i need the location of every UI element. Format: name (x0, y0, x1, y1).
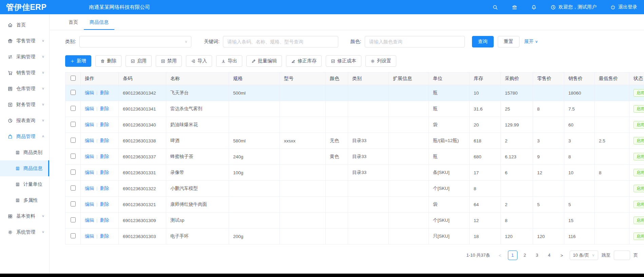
row-checkbox[interactable] (71, 201, 76, 206)
sidebar-item-basic-data[interactable]: 基本资料 (0, 208, 49, 224)
export-icon (221, 59, 226, 63)
color-input[interactable] (365, 36, 465, 47)
cell-unit: 只[SKU] (429, 229, 470, 244)
edit-link[interactable]: 编辑 (85, 202, 94, 207)
delete-link[interactable]: 删除 (100, 138, 109, 143)
edit-link[interactable]: 编辑 (85, 90, 94, 95)
edit-link[interactable]: 编辑 (85, 170, 94, 175)
sidebar-item-finance[interactable]: 财务管理 (0, 97, 49, 113)
search-icon[interactable] (492, 4, 498, 10)
table-row[interactable]: 编辑删除 6901236301338 啤酒 580ml xxsxx 无色 目录3… (65, 133, 644, 149)
adjust-stock-button[interactable]: 修正库存 (286, 55, 322, 67)
cell-min-price (595, 213, 629, 229)
sidebar-item-reports[interactable]: 报表查询 (0, 113, 49, 128)
sidebar-item-product-info[interactable]: 商品信息 (0, 160, 49, 176)
delete-link[interactable]: 删除 (100, 186, 109, 191)
row-checkbox[interactable] (71, 154, 76, 159)
add-button[interactable]: 新增 (65, 55, 91, 67)
delete-link[interactable]: 删除 (100, 202, 109, 207)
link-separator (94, 170, 100, 175)
table-row[interactable]: 编辑删除 6901236301341 雷达杀虫气雾剂 瓶 31.6 25 8 7… (65, 101, 644, 117)
sidebar-item-sales[interactable]: 销售管理 (0, 65, 49, 81)
cell-model (280, 213, 326, 229)
delete-link[interactable]: 删除 (100, 234, 109, 239)
row-checkbox[interactable] (71, 90, 76, 95)
sidebar-item-multi-attribute[interactable]: 多属性 (0, 192, 49, 208)
column-settings-button[interactable]: 列设置 (365, 55, 396, 67)
cell-min-price: 8 (595, 165, 629, 181)
sidebar-item-home[interactable]: 首页 (0, 17, 49, 33)
delete-link[interactable]: 删除 (100, 170, 109, 175)
link-separator (94, 218, 100, 223)
row-checkbox[interactable] (71, 122, 76, 127)
x-square-icon (161, 59, 165, 63)
import-button[interactable]: 导入 (186, 55, 212, 67)
table-row[interactable]: 编辑删除 6901236301331 录像带 100g 目录33 条[SKU] … (65, 165, 644, 181)
enable-button[interactable]: 启用 (126, 55, 152, 67)
page-button[interactable]: 4 (545, 251, 554, 260)
next-page-button[interactable]: > (557, 253, 566, 258)
reset-button[interactable]: 重置 (498, 36, 519, 47)
sidebar-item-purchase[interactable]: 采购管理 (0, 49, 49, 65)
edit-link[interactable]: 编辑 (85, 154, 94, 159)
bank-icon[interactable] (512, 4, 517, 10)
page-button[interactable]: 3 (532, 251, 542, 260)
sidebar-item-retail[interactable]: 零售管理 (0, 33, 49, 49)
edit-link[interactable]: 编辑 (85, 122, 94, 127)
edit-link[interactable]: 编辑 (85, 106, 94, 111)
row-checkbox[interactable] (71, 233, 76, 238)
search-button[interactable]: 查询 (472, 36, 494, 47)
export-button[interactable]: 导出 (216, 55, 242, 67)
edit-link[interactable]: 编辑 (85, 186, 94, 191)
row-checkbox[interactable] (71, 217, 76, 222)
row-checkbox[interactable] (71, 106, 76, 111)
prev-page-button[interactable]: < (496, 253, 505, 258)
select-all-checkbox[interactable] (71, 76, 76, 81)
tab-home[interactable]: 首页 (63, 14, 84, 30)
sidebar-item-label: 报表查询 (16, 118, 35, 124)
sidebar-item-product-category[interactable]: 商品类别 (0, 144, 49, 160)
category-select[interactable] (79, 36, 191, 47)
user-welcome[interactable]: 欢迎您，测试用户 (550, 4, 596, 10)
edit-link[interactable]: 编辑 (85, 218, 94, 223)
keyword-input[interactable] (223, 36, 338, 47)
delete-link[interactable]: 删除 (100, 106, 109, 111)
sidebar-item-system[interactable]: 系统管理 (0, 224, 49, 240)
adjust-cost-button[interactable]: 修正成本 (326, 55, 361, 67)
row-checkbox[interactable] (71, 185, 76, 191)
edit-link[interactable]: 编辑 (85, 234, 94, 239)
table-row[interactable]: 编辑删除 6901236301309 测试sp 个[SKU] 12 8 15 (65, 213, 644, 229)
delete-link[interactable]: 删除 (100, 154, 109, 159)
table-row[interactable]: 编辑删除 6901236301342 飞天茅台 500ml 瓶 10 15780… (65, 85, 644, 101)
cell-sale-price: 10 (564, 165, 595, 181)
table-row[interactable]: 编辑删除 6901236301337 蜂蜜柚子茶 240g 黄色 目录33 瓶 … (65, 149, 644, 165)
expand-toggle[interactable]: 展开 (524, 39, 538, 45)
row-checkbox[interactable] (71, 170, 76, 175)
edit-link[interactable]: 编辑 (85, 138, 94, 143)
table-row[interactable]: 编辑删除 6901236301322 小鹏汽车模型 个[SKU] 8 (65, 181, 644, 197)
sidebar-item-warehouse[interactable]: 仓库管理 (0, 81, 49, 97)
table-body: 编辑删除 6901236301342 飞天茅台 500ml 瓶 10 15780… (65, 85, 644, 244)
table-row[interactable]: 编辑删除 6901236301340 奶油味爆米花 袋 20 129.99 60 (65, 117, 644, 133)
sidebar-item-products[interactable]: 商品管理 (0, 128, 49, 144)
cell-stock: 64 (470, 197, 501, 213)
bell-icon[interactable] (531, 4, 537, 10)
delete-link[interactable]: 删除 (100, 122, 109, 127)
tab-product-info[interactable]: 商品信息 (84, 14, 114, 30)
page-button[interactable]: 2 (520, 251, 530, 260)
table-row[interactable]: 编辑删除 6901236301303 电子手环 200g 只[SKU] 18 1… (65, 229, 644, 244)
logout-button[interactable]: 退出登录 (610, 4, 637, 10)
jump-page-input[interactable] (614, 251, 630, 260)
cell-category (348, 101, 389, 117)
table-row[interactable]: 编辑删除 6901236301321 康师傅红烧牛肉面 袋 64 2 5 5 (65, 197, 644, 213)
row-checkbox[interactable] (71, 138, 76, 143)
delete-link[interactable]: 删除 (100, 218, 109, 223)
page-size-select[interactable]: 10 条/页 (570, 251, 598, 260)
disable-button[interactable]: 禁用 (156, 55, 182, 67)
page-button[interactable]: 1 (508, 251, 517, 260)
delete-button[interactable]: 删除 (95, 55, 121, 67)
cell-barcode: 6901236301303 (119, 229, 166, 244)
delete-link[interactable]: 删除 (100, 90, 109, 95)
sidebar-item-measure-unit[interactable]: 计量单位 (0, 176, 49, 192)
batch-edit-button[interactable]: 批量编辑 (246, 55, 282, 67)
